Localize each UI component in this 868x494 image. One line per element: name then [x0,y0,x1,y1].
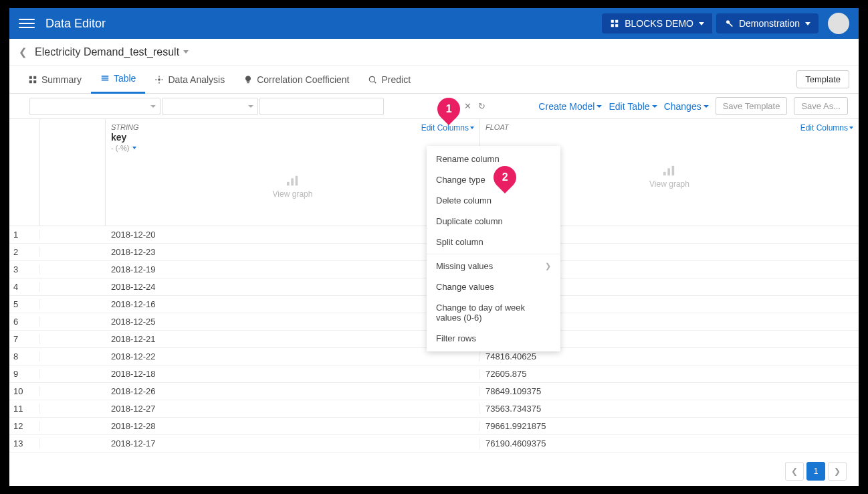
chart-icon [662,165,677,177]
row-number: 12 [9,421,40,431]
svg-rect-14 [291,178,294,185]
menu-filter-rows[interactable]: Filter rows [427,328,560,349]
menu-change-values[interactable]: Change values [427,276,560,297]
demonstration-dropdown[interactable]: Demonstration [716,13,819,33]
svg-rect-16 [663,171,666,175]
link-label: Edit Table [609,101,649,112]
table-row[interactable]: 122018-12-2879661.9921875 [9,418,859,435]
row-number: 4 [9,282,40,292]
refresh-icon[interactable]: ↻ [478,101,485,111]
table-icon [100,74,110,83]
menu-missing-values[interactable]: Missing values❯ [427,256,560,276]
caret-down-icon [150,105,156,108]
filter-dropdown-2[interactable] [162,98,258,115]
table-row[interactable]: 132018-12-1776190.4609375 [9,435,859,452]
blocks-demo-dropdown[interactable]: BLOCKS DEMO [602,13,712,33]
pager-next[interactable]: ❯ [828,462,847,481]
toolbar: ✕ ↻ Create Model Edit Table Changes Save… [9,94,859,119]
edit-columns-link[interactable]: Edit Columns [800,123,853,133]
tabs-row: Summary Table Data Analysis Correlation … [9,66,859,94]
callout-pin-2: 2 [494,166,516,194]
breadcrumb-caret-icon[interactable] [183,50,189,54]
app-title: Data Editor [45,17,106,31]
changes-dropdown[interactable]: Changes [664,101,709,112]
cell-key: 2018-12-16 [106,299,480,309]
cell-key: 2018-12-23 [106,247,480,257]
breadcrumb-title: Electricity Demand_test_result [35,46,179,58]
cell-value: 72605.875 [480,369,859,379]
svg-rect-13 [287,182,290,185]
pager-page-1[interactable]: 1 [806,462,825,481]
cell-key: 2018-12-27 [106,404,480,414]
table-row[interactable]: 92018-12-1872605.875 [9,365,859,383]
blocks-demo-label: BLOCKS DEMO [625,18,693,29]
cell-key: 2018-12-26 [106,386,480,396]
tab-summary[interactable]: Summary [19,66,91,94]
tab-correlation[interactable]: Correlation Coefficient [234,66,358,94]
grid-icon [610,19,619,28]
menu-duplicate-column[interactable]: Duplicate column [427,211,560,232]
cell-key: 2018-12-25 [106,317,480,327]
table-row[interactable]: 112018-12-2773563.734375 [9,400,859,418]
pagination: ❮ 1 ❯ [785,462,847,481]
view-graph-placeholder[interactable]: View graph [111,152,474,222]
caret-down-icon [849,127,853,129]
svg-rect-6 [29,80,32,83]
hamburger-menu-icon[interactable] [19,15,35,31]
cell-key: 2018-12-17 [106,438,480,448]
column-subinfo[interactable]: - (-%) [111,144,474,152]
chevron-right-icon: ❯ [545,262,551,270]
breadcrumb: ❮ Electricity Demand_test_result [9,39,859,66]
link-label: Changes [664,101,701,112]
svg-rect-15 [295,176,298,185]
tab-table[interactable]: Table [91,66,145,94]
close-icon[interactable]: ✕ [464,101,471,111]
demonstration-label: Demonstration [739,18,800,29]
edit-table-dropdown[interactable]: Edit Table [609,101,657,112]
column-header-key: STRING key - (-%) Edit Columns View grap… [106,119,480,226]
app-header: Data Editor BLOCKS DEMO Demonstration [9,8,859,39]
tab-predict[interactable]: Predict [358,66,420,94]
svg-point-12 [370,76,375,82]
row-number: 10 [9,386,40,396]
view-graph-label: View graph [649,179,689,189]
table-row[interactable]: 102018-12-2678649.109375 [9,383,859,400]
menu-split-column[interactable]: Split column [427,232,560,252]
template-button[interactable]: Template [796,70,849,88]
caret-down-icon [248,105,253,108]
back-chevron-icon[interactable]: ❮ [16,46,29,58]
avatar[interactable] [828,13,849,34]
svg-rect-5 [33,76,36,78]
caret-down-icon [470,127,474,129]
tool-icons: ✕ ↻ [464,101,485,111]
create-model-dropdown[interactable]: Create Model [538,101,602,112]
chart-icon [286,175,300,187]
svg-rect-7 [33,80,36,83]
cell-value: 73563.734375 [480,404,859,414]
cell-key: 2018-12-24 [106,282,480,292]
row-number: 13 [9,438,40,448]
svg-point-11 [158,78,161,81]
link-label: Create Model [538,101,594,112]
tab-label: Data Analysis [168,74,225,85]
column-type: STRING [111,123,474,131]
menu-day-of-week[interactable]: Change to day of week values (0-6) [427,297,560,328]
cell-value: 76190.4609375 [480,438,859,448]
svg-rect-8 [102,76,109,77]
callout-pin-1: 1 [437,98,460,126]
tab-data-analysis[interactable]: Data Analysis [145,66,234,94]
save-template-button[interactable]: Save Template [716,97,788,115]
row-number: 1 [9,230,40,240]
caret-down-icon [596,105,602,108]
row-number: 2 [9,247,40,257]
row-number: 7 [9,334,40,344]
svg-rect-18 [672,165,675,175]
save-as-button[interactable]: Save As... [794,97,848,115]
view-graph-label: View graph [273,189,313,199]
analysis-icon [154,75,164,84]
filter-dropdown-1[interactable] [29,98,160,115]
search-input[interactable] [259,98,384,115]
row-number: 11 [9,404,40,414]
pager-prev[interactable]: ❮ [785,462,804,481]
cell-key: 2018-12-21 [106,334,480,344]
